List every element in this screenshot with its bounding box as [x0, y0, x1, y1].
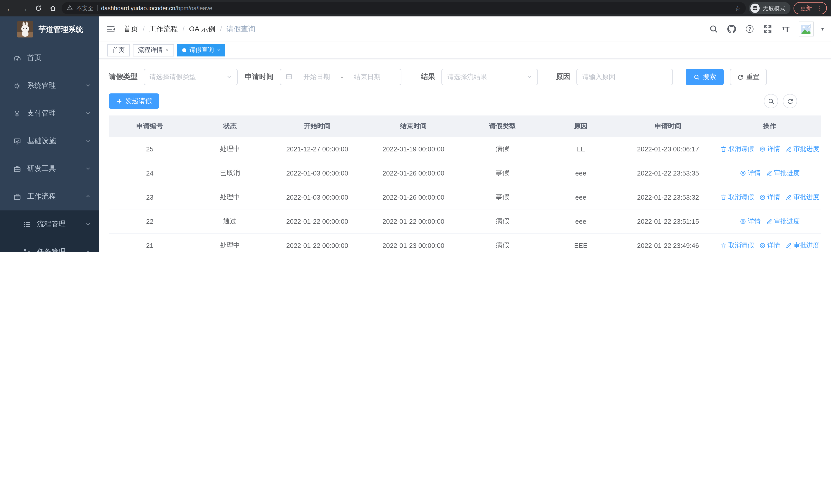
sidebar-item-pay[interactable]: ¥支付管理	[0, 99, 99, 127]
sidebar-item-process[interactable]: 流程管理	[0, 210, 99, 238]
progress-action-link[interactable]: 审批进度	[766, 169, 800, 177]
end-date-input[interactable]: 结束日期	[347, 72, 387, 82]
forward-icon[interactable]: →	[19, 3, 30, 14]
plus-icon	[116, 98, 123, 105]
tab-流程详情[interactable]: 流程详情×	[133, 44, 174, 56]
action-label: 审批进度	[794, 193, 819, 202]
cell-end: 2022-01-23 00:00:00	[365, 241, 461, 249]
view-icon	[740, 218, 746, 225]
fullscreen-icon[interactable]	[763, 24, 773, 34]
breadcrumb: 首页/工作流程/OA 示例/请假查询	[124, 24, 255, 34]
search-icon[interactable]	[709, 24, 719, 34]
url-text: dashboard.yudao.iocoder.cn/bpm/oa/leave	[101, 5, 731, 11]
progress-action-link[interactable]: 审批进度	[785, 145, 819, 153]
avatar[interactable]	[799, 22, 813, 36]
progress-action-link[interactable]: 审批进度	[785, 193, 819, 202]
apply-time-range-picker[interactable]: 开始日期 - 结束日期	[280, 69, 401, 85]
bookmark-star-icon[interactable]: ☆	[735, 4, 741, 12]
sidebar-item-label: 支付管理	[27, 109, 56, 118]
column-header: 申请编号	[109, 122, 191, 131]
cell-end: 2022-01-26 00:00:00	[365, 169, 461, 177]
chevron-up-icon	[85, 248, 91, 252]
page-content: 请假类型 请选择请假类型 申请时间 开始日期 - 结束日期 结果 请选择流结果	[99, 59, 831, 252]
cell-start: 2022-01-03 00:00:00	[269, 169, 366, 177]
detail-action-link[interactable]: 详情	[740, 217, 761, 226]
sidebar-item-system[interactable]: 系统管理	[0, 72, 99, 99]
chevron-up-icon	[85, 192, 91, 201]
start-date-input[interactable]: 开始日期	[297, 72, 337, 82]
breadcrumb-item[interactable]: 工作流程	[149, 24, 178, 34]
cell-reason: EEE	[543, 241, 618, 249]
chevron-down-icon	[526, 73, 532, 81]
tab-首页[interactable]: 首页	[107, 44, 130, 56]
progress-action-link[interactable]: 审批进度	[766, 217, 800, 226]
divider	[97, 5, 97, 11]
edit-icon	[785, 242, 792, 249]
chevron-down-icon	[85, 82, 91, 90]
sidebar-item-workflow[interactable]: 工作流程	[0, 183, 99, 210]
result-select[interactable]: 请选择流结果	[441, 69, 538, 85]
column-header: 操作	[718, 122, 821, 131]
font-size-icon[interactable]: TT	[781, 24, 791, 34]
update-button[interactable]: 更新 ⋮	[794, 2, 827, 14]
cell-id: 24	[109, 169, 191, 177]
sidebar-item-task[interactable]: 任务管理	[0, 238, 99, 252]
sidebar-item-label: 基础设施	[27, 137, 56, 146]
detail-action-link[interactable]: 详情	[759, 241, 780, 250]
cell-start: 2021-12-27 00:00:00	[269, 145, 366, 153]
reload-icon[interactable]	[33, 3, 44, 14]
refresh-table-button[interactable]	[783, 94, 797, 108]
detail-action-link[interactable]: 详情	[740, 169, 761, 177]
avatar-caret-icon[interactable]: ▾	[821, 26, 824, 32]
detail-action-link[interactable]: 详情	[759, 193, 780, 202]
trash-icon	[720, 242, 727, 249]
briefcase-icon	[13, 165, 21, 173]
help-icon[interactable]: ?	[745, 24, 755, 34]
cancel-action-link[interactable]: 取消请假	[720, 145, 754, 153]
table-row: 21处理中2022-01-22 00:00:002022-01-23 00:00…	[109, 234, 821, 252]
search-button[interactable]: 搜索	[686, 69, 724, 85]
breadcrumb-item[interactable]: 首页	[124, 24, 138, 34]
cell-status: 处理中	[191, 144, 269, 153]
cell-applied: 2022-01-22 23:53:32	[618, 193, 718, 201]
tab-请假查询[interactable]: 请假查询×	[177, 44, 225, 56]
cancel-action-link[interactable]: 取消请假	[720, 241, 754, 250]
cell-actions: 详情审批进度	[718, 169, 821, 177]
update-label: 更新	[800, 4, 812, 12]
dashboard-icon	[13, 54, 21, 62]
search-icon	[693, 73, 700, 80]
chevron-down-icon	[85, 165, 91, 173]
progress-action-link[interactable]: 审批进度	[785, 241, 819, 250]
close-icon[interactable]: ×	[166, 47, 169, 53]
toggle-search-button[interactable]	[764, 94, 778, 108]
create-leave-button[interactable]: 发起请假	[109, 93, 159, 109]
leave-type-select[interactable]: 请选择请假类型	[144, 69, 238, 85]
cancel-action-link[interactable]: 取消请假	[720, 193, 754, 202]
sidebar-item-label: 首页	[27, 53, 41, 63]
edit-icon	[785, 146, 792, 152]
github-icon[interactable]	[727, 24, 737, 34]
reason-input[interactable]: 请输入原因	[576, 69, 673, 85]
sidebar-collapse-icon[interactable]	[105, 23, 116, 35]
result-label: 结果	[421, 72, 435, 82]
cell-start: 2022-01-22 00:00:00	[269, 241, 366, 249]
tab-label: 请假查询	[190, 46, 214, 54]
address-bar[interactable]: 不安全 dashboard.yudao.iocoder.cn/bpm/oa/le…	[62, 2, 746, 14]
refresh-icon	[737, 73, 744, 80]
action-label: 详情	[748, 217, 761, 226]
back-icon[interactable]: ←	[4, 3, 16, 14]
chevron-down-icon	[85, 109, 91, 118]
leave-table: 申请编号状态开始时间结束时间请假类型原因申请时间操作25处理中2021-12-2…	[109, 116, 821, 252]
close-icon[interactable]: ×	[217, 47, 220, 53]
reset-button[interactable]: 重置	[730, 69, 767, 85]
browser-menu-icon[interactable]: ⋮	[816, 5, 822, 12]
breadcrumb-item[interactable]: OA 示例	[189, 24, 216, 34]
table-row: 24已取消2022-01-03 00:00:002022-01-26 00:00…	[109, 161, 821, 185]
sidebar-item-home[interactable]: 首页	[0, 44, 99, 72]
reason-label: 原因	[556, 72, 570, 82]
sidebar-item-infra[interactable]: 基础设施	[0, 127, 99, 155]
detail-action-link[interactable]: 详情	[759, 145, 780, 153]
breadcrumb-separator: /	[182, 25, 184, 33]
sidebar-item-devtool[interactable]: 研发工具	[0, 155, 99, 183]
home-icon[interactable]	[47, 3, 58, 14]
